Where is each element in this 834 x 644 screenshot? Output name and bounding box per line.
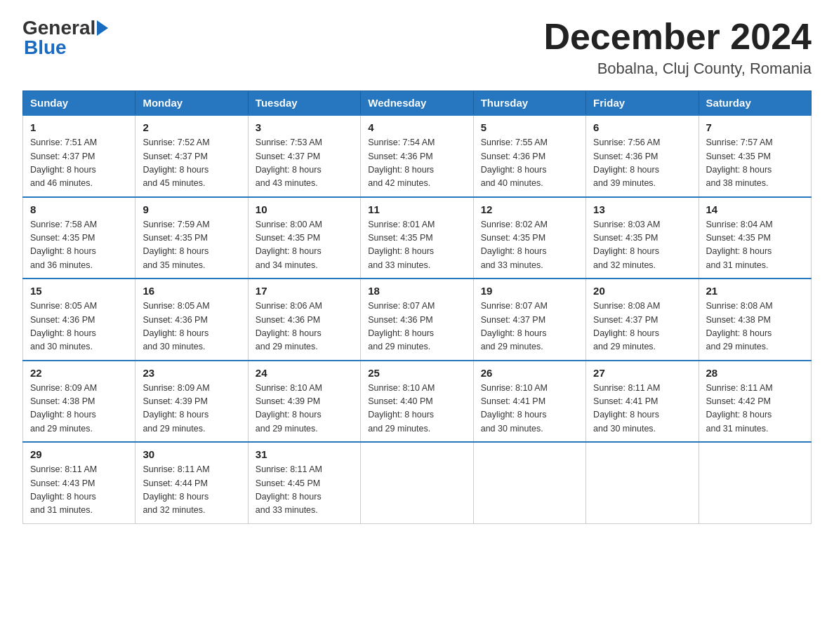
- day-number-16: 16: [143, 285, 240, 297]
- top-section: General Blue December 2024 Bobalna, Cluj…: [22, 17, 812, 78]
- calendar-day-7: 7 Sunrise: 7:57 AMSunset: 4:35 PMDayligh…: [699, 115, 811, 197]
- day-number-25: 25: [368, 367, 465, 379]
- day-info-20: Sunrise: 8:08 AMSunset: 4:37 PMDaylight:…: [593, 301, 660, 351]
- day-number-24: 24: [256, 367, 353, 379]
- calendar-day-3: 3 Sunrise: 7:53 AMSunset: 4:37 PMDayligh…: [248, 115, 360, 197]
- title-area: December 2024 Bobalna, Cluj County, Roma…: [543, 17, 812, 78]
- calendar-empty-4-4: [473, 442, 585, 523]
- calendar-day-27: 27 Sunrise: 8:11 AMSunset: 4:41 PMDaylig…: [586, 361, 699, 443]
- day-number-4: 4: [368, 121, 465, 133]
- calendar-week-row-5: 29 Sunrise: 8:11 AMSunset: 4:43 PMDaylig…: [23, 442, 812, 523]
- day-number-2: 2: [143, 121, 240, 133]
- day-number-28: 28: [706, 367, 804, 379]
- day-number-9: 9: [143, 203, 240, 215]
- day-info-18: Sunrise: 8:07 AMSunset: 4:36 PMDaylight:…: [368, 301, 435, 351]
- calendar-day-30: 30 Sunrise: 8:11 AMSunset: 4:44 PMDaylig…: [135, 442, 248, 523]
- day-info-25: Sunrise: 8:10 AMSunset: 4:40 PMDaylight:…: [368, 383, 435, 434]
- day-info-24: Sunrise: 8:10 AMSunset: 4:39 PMDaylight:…: [256, 383, 322, 434]
- day-info-23: Sunrise: 8:09 AMSunset: 4:39 PMDaylight:…: [143, 383, 209, 434]
- day-number-18: 18: [368, 285, 465, 297]
- day-number-11: 11: [368, 203, 465, 215]
- day-info-12: Sunrise: 8:02 AMSunset: 4:35 PMDaylight:…: [481, 220, 548, 270]
- calendar-day-29: 29 Sunrise: 8:11 AMSunset: 4:43 PMDaylig…: [23, 442, 135, 523]
- day-info-15: Sunrise: 8:05 AMSunset: 4:36 PMDaylight:…: [30, 301, 97, 351]
- weekday-header-sunday: Sunday: [23, 91, 135, 116]
- day-number-26: 26: [481, 367, 578, 379]
- calendar-day-6: 6 Sunrise: 7:56 AMSunset: 4:36 PMDayligh…: [586, 115, 699, 197]
- calendar-day-28: 28 Sunrise: 8:11 AMSunset: 4:42 PMDaylig…: [699, 361, 811, 443]
- calendar-week-row-3: 15 Sunrise: 8:05 AMSunset: 4:36 PMDaylig…: [23, 279, 812, 361]
- month-year-title: December 2024: [543, 17, 812, 57]
- day-number-21: 21: [706, 285, 804, 297]
- calendar-day-1: 1 Sunrise: 7:51 AMSunset: 4:37 PMDayligh…: [23, 115, 135, 197]
- day-info-7: Sunrise: 7:57 AMSunset: 4:35 PMDaylight:…: [706, 137, 773, 188]
- calendar-day-17: 17 Sunrise: 8:06 AMSunset: 4:36 PMDaylig…: [248, 279, 360, 361]
- day-info-11: Sunrise: 8:01 AMSunset: 4:35 PMDaylight:…: [368, 220, 435, 270]
- calendar-day-14: 14 Sunrise: 8:04 AMSunset: 4:35 PMDaylig…: [699, 197, 811, 279]
- location-subtitle: Bobalna, Cluj County, Romania: [543, 60, 812, 78]
- calendar-day-22: 22 Sunrise: 8:09 AMSunset: 4:38 PMDaylig…: [23, 361, 135, 443]
- calendar-day-18: 18 Sunrise: 8:07 AMSunset: 4:36 PMDaylig…: [361, 279, 473, 361]
- calendar-day-16: 16 Sunrise: 8:05 AMSunset: 4:36 PMDaylig…: [135, 279, 248, 361]
- logo-area: General Blue: [22, 17, 108, 59]
- calendar-day-13: 13 Sunrise: 8:03 AMSunset: 4:35 PMDaylig…: [586, 197, 699, 279]
- calendar-day-4: 4 Sunrise: 7:54 AMSunset: 4:36 PMDayligh…: [361, 115, 473, 197]
- calendar-day-26: 26 Sunrise: 8:10 AMSunset: 4:41 PMDaylig…: [473, 361, 585, 443]
- day-info-5: Sunrise: 7:55 AMSunset: 4:36 PMDaylight:…: [481, 137, 548, 188]
- day-info-27: Sunrise: 8:11 AMSunset: 4:41 PMDaylight:…: [593, 383, 660, 434]
- day-info-28: Sunrise: 8:11 AMSunset: 4:42 PMDaylight:…: [706, 383, 773, 434]
- day-info-31: Sunrise: 8:11 AMSunset: 4:45 PMDaylight:…: [256, 464, 322, 515]
- day-info-19: Sunrise: 8:07 AMSunset: 4:37 PMDaylight:…: [481, 301, 548, 351]
- day-number-19: 19: [481, 285, 578, 297]
- day-number-29: 29: [30, 448, 128, 460]
- calendar-day-23: 23 Sunrise: 8:09 AMSunset: 4:39 PMDaylig…: [135, 361, 248, 443]
- calendar-empty-4-5: [586, 442, 699, 523]
- day-info-21: Sunrise: 8:08 AMSunset: 4:38 PMDaylight:…: [706, 301, 773, 351]
- day-number-6: 6: [593, 121, 691, 133]
- weekday-header-wednesday: Wednesday: [361, 91, 473, 116]
- calendar-day-31: 31 Sunrise: 8:11 AMSunset: 4:45 PMDaylig…: [248, 442, 360, 523]
- calendar-day-11: 11 Sunrise: 8:01 AMSunset: 4:35 PMDaylig…: [361, 197, 473, 279]
- day-number-7: 7: [706, 121, 804, 133]
- day-number-5: 5: [481, 121, 578, 133]
- day-info-3: Sunrise: 7:53 AMSunset: 4:37 PMDaylight:…: [256, 137, 322, 188]
- day-info-30: Sunrise: 8:11 AMSunset: 4:44 PMDaylight:…: [143, 464, 209, 515]
- calendar-day-2: 2 Sunrise: 7:52 AMSunset: 4:37 PMDayligh…: [135, 115, 248, 197]
- day-info-10: Sunrise: 8:00 AMSunset: 4:35 PMDaylight:…: [256, 220, 322, 270]
- day-number-23: 23: [143, 367, 240, 379]
- day-info-13: Sunrise: 8:03 AMSunset: 4:35 PMDaylight:…: [593, 220, 660, 270]
- day-info-1: Sunrise: 7:51 AMSunset: 4:37 PMDaylight:…: [30, 137, 97, 188]
- calendar-week-row-4: 22 Sunrise: 8:09 AMSunset: 4:38 PMDaylig…: [23, 361, 812, 443]
- day-info-26: Sunrise: 8:10 AMSunset: 4:41 PMDaylight:…: [481, 383, 548, 434]
- weekday-header-row: SundayMondayTuesdayWednesdayThursdayFrid…: [23, 91, 812, 116]
- day-info-16: Sunrise: 8:05 AMSunset: 4:36 PMDaylight:…: [143, 301, 209, 351]
- day-number-3: 3: [256, 121, 353, 133]
- day-info-6: Sunrise: 7:56 AMSunset: 4:36 PMDaylight:…: [593, 137, 660, 188]
- day-number-27: 27: [593, 367, 691, 379]
- day-info-8: Sunrise: 7:58 AMSunset: 4:35 PMDaylight:…: [30, 220, 97, 270]
- calendar-day-9: 9 Sunrise: 7:59 AMSunset: 4:35 PMDayligh…: [135, 197, 248, 279]
- weekday-header-saturday: Saturday: [699, 91, 811, 116]
- calendar-table: SundayMondayTuesdayWednesdayThursdayFrid…: [22, 90, 812, 524]
- day-info-14: Sunrise: 8:04 AMSunset: 4:35 PMDaylight:…: [706, 220, 773, 270]
- weekday-header-thursday: Thursday: [473, 91, 585, 116]
- day-number-30: 30: [143, 448, 240, 460]
- day-number-10: 10: [256, 203, 353, 215]
- calendar-day-25: 25 Sunrise: 8:10 AMSunset: 4:40 PMDaylig…: [361, 361, 473, 443]
- calendar-week-row-1: 1 Sunrise: 7:51 AMSunset: 4:37 PMDayligh…: [23, 115, 812, 197]
- day-info-17: Sunrise: 8:06 AMSunset: 4:36 PMDaylight:…: [256, 301, 322, 351]
- day-number-22: 22: [30, 367, 128, 379]
- day-info-2: Sunrise: 7:52 AMSunset: 4:37 PMDaylight:…: [143, 137, 209, 188]
- day-info-4: Sunrise: 7:54 AMSunset: 4:36 PMDaylight:…: [368, 137, 435, 188]
- day-number-12: 12: [481, 203, 578, 215]
- day-number-8: 8: [30, 203, 128, 215]
- day-number-17: 17: [256, 285, 353, 297]
- day-number-14: 14: [706, 203, 804, 215]
- calendar-day-8: 8 Sunrise: 7:58 AMSunset: 4:35 PMDayligh…: [23, 197, 135, 279]
- day-number-20: 20: [593, 285, 691, 297]
- calendar-day-21: 21 Sunrise: 8:08 AMSunset: 4:38 PMDaylig…: [699, 279, 811, 361]
- calendar-day-5: 5 Sunrise: 7:55 AMSunset: 4:36 PMDayligh…: [473, 115, 585, 197]
- calendar-day-12: 12 Sunrise: 8:02 AMSunset: 4:35 PMDaylig…: [473, 197, 585, 279]
- day-info-9: Sunrise: 7:59 AMSunset: 4:35 PMDaylight:…: [143, 220, 209, 270]
- calendar-day-19: 19 Sunrise: 8:07 AMSunset: 4:37 PMDaylig…: [473, 279, 585, 361]
